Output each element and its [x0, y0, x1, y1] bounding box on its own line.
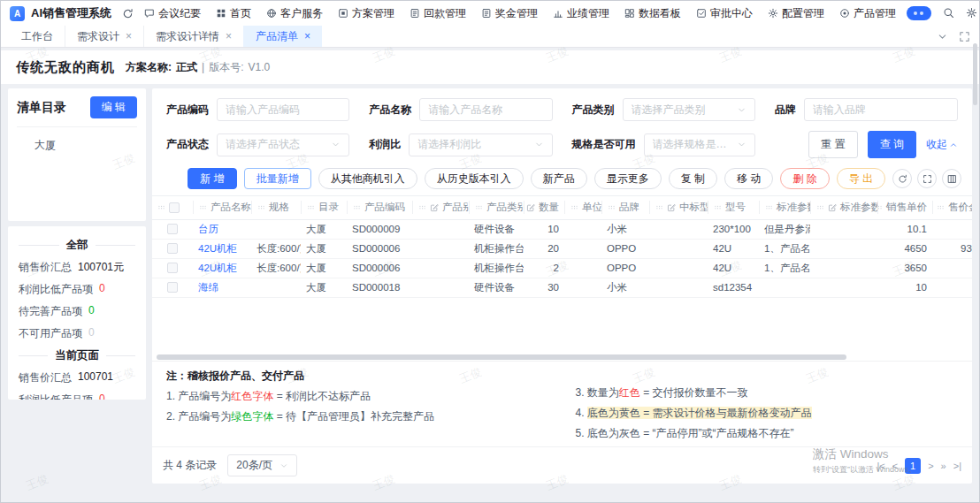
tab-1[interactable]: 需求设计× [65, 26, 143, 47]
drag-handle-icon [157, 203, 165, 211]
cell-qty: 2 [524, 258, 564, 278]
nav-item-1[interactable]: 首页 [216, 6, 251, 21]
toolbar-button-6[interactable]: 复 制 [669, 168, 717, 189]
square-icon [338, 8, 348, 19]
note-item-left-1: 2. 产品编号为绿色字体 = 待【产品管理员】补充完整产品 [166, 409, 549, 424]
stat-row: 销售价汇总100701 [19, 370, 135, 385]
product-name-link[interactable]: 42U机柜 [198, 243, 237, 254]
chart-icon [553, 8, 563, 19]
refresh-table-button[interactable] [892, 169, 912, 188]
cell-select [152, 219, 193, 239]
edit-button[interactable]: 编 辑 [90, 96, 137, 118]
next-page-button[interactable]: > [928, 461, 933, 471]
product-name-link[interactable]: 海绵 [198, 282, 218, 293]
toolbar-button-9[interactable]: 导 出 [837, 168, 885, 189]
col-bid_model: 中标型号 [649, 196, 708, 219]
search-icon[interactable] [943, 7, 954, 19]
filter-field-5: 利润比 请选择利润比 [369, 131, 552, 158]
cell-qty: 30 [524, 278, 564, 297]
row-checkbox[interactable] [167, 224, 178, 234]
check-square-icon [696, 8, 707, 19]
tab-close-icon[interactable]: × [226, 31, 232, 42]
stat-row: 不可用产品项0 [19, 326, 135, 341]
filter-select-6[interactable]: 请选择规格是否可用 [644, 133, 755, 156]
cell-brand: 小米 [601, 278, 649, 297]
product-list-panel: 产品编码 请输入产品编码 产品名称 请输入产品名称 产品类别 请选择产品类别 品… [152, 88, 972, 484]
catalog-item-0[interactable]: 大厦 [17, 127, 137, 153]
tab-close-icon[interactable]: × [304, 31, 310, 42]
filter-select-4[interactable]: 请选择产品状态 [217, 133, 349, 156]
filter-field-2: 产品类别 请选择产品类别 [572, 98, 755, 121]
tab-close-icon[interactable]: × [126, 31, 132, 42]
cell-catalog: 大厦 [301, 258, 347, 278]
nav-item-8[interactable]: 审批中心 [696, 6, 753, 21]
row-checkbox[interactable] [167, 282, 178, 293]
filter-select-2[interactable]: 请选择产品类别 [623, 98, 755, 121]
cell-category: 机柜操作台电... [469, 258, 524, 278]
cell-alias [412, 239, 469, 258]
cell-code: SD000006 [347, 239, 412, 258]
table-toolbar: 新 增批量新增从其他商机引入从历史版本引入新产品显示更多复 制移 动删 除导 出 [152, 160, 972, 195]
app-title: AI销售管理系统 [31, 5, 111, 21]
nav-item-4[interactable]: 回款管理 [410, 6, 466, 21]
nav-item-3[interactable]: 方案管理 [338, 6, 394, 21]
nav-item-5[interactable]: 奖金管理 [481, 6, 538, 21]
chevron-down-icon[interactable] [937, 31, 948, 42]
gear-icon[interactable] [966, 7, 977, 19]
filter-input-3[interactable]: 请输入品牌 [804, 98, 958, 121]
toolbar-button-5[interactable]: 显示更多 [594, 168, 662, 189]
product-name-link[interactable]: 台历 [198, 224, 218, 234]
toolbar-button-4[interactable]: 新产品 [531, 168, 587, 189]
drag-handle-icon [257, 203, 265, 211]
first-page-button[interactable]: |< [877, 461, 884, 471]
refresh-icon[interactable] [122, 8, 134, 19]
ai-assistant-toggle[interactable] [907, 6, 931, 20]
column-settings-button[interactable] [942, 169, 961, 188]
tab-0[interactable]: 工作台 [10, 26, 65, 47]
nav-item-9[interactable]: 配置管理 [768, 6, 824, 21]
cell-qty: 10 [524, 219, 564, 239]
toolbar-button-7[interactable]: 移 动 [724, 168, 773, 189]
toolbar-button-8[interactable]: 删 除 [780, 168, 829, 189]
edit-icon [430, 203, 439, 212]
fullscreen-table-button[interactable] [917, 169, 937, 188]
filter-field-1: 产品名称 请输入产品名称 [369, 98, 552, 121]
select-all-checkbox[interactable] [169, 202, 180, 213]
tab-2[interactable]: 需求设计详情× [143, 26, 243, 47]
cell-amount [932, 258, 972, 278]
nav-item-7[interactable]: 数据看板 [624, 6, 681, 21]
page-size-select[interactable]: 20条/页 [227, 454, 297, 476]
cell-name: 海绵 [193, 278, 251, 297]
horizontal-scrollbar-thumb[interactable] [157, 354, 846, 360]
last-page-button[interactable]: >| [953, 461, 961, 471]
row-checkbox[interactable] [167, 263, 178, 273]
toolbar-button-0[interactable]: 新 增 [188, 168, 236, 189]
toolbar-button-1[interactable]: 批量新增 [244, 168, 311, 189]
nav-item-2[interactable]: 客户服务 [266, 6, 323, 21]
toolbar-button-3[interactable]: 从历史版本引入 [425, 168, 524, 189]
expand-icon[interactable] [959, 31, 970, 42]
collapse-toggle[interactable]: 收起 [926, 137, 958, 152]
filter-select-5[interactable]: 请选择利润比 [409, 133, 552, 156]
drag-handle-icon [877, 203, 883, 211]
page-header: 传统无敌的商机 方案名称: 正式 | 版本号: V1.0 [1, 50, 979, 84]
filter-input-0[interactable]: 请输入产品编码 [217, 98, 349, 121]
nav-item-0[interactable]: 会议纪要 [144, 6, 201, 21]
product-name-link[interactable]: 42U机柜 [198, 263, 237, 273]
nav-item-6[interactable]: 业绩管理 [553, 6, 609, 21]
filter-input-1[interactable]: 请输入产品名称 [419, 98, 552, 121]
toolbar-button-2[interactable]: 从其他商机引入 [318, 168, 417, 189]
cell-catalog: 大厦 [301, 278, 347, 297]
prev-page-button[interactable]: < [892, 461, 898, 471]
vertical-scrollbar-thumb[interactable] [973, 43, 977, 105]
search-button[interactable]: 查 询 [868, 131, 916, 158]
product-table: 产品名称规格目录产品编码产品别称产品类别数量单位品牌中标型号型号标准参数标准参数… [152, 196, 972, 298]
col-price: 销售单价 [877, 196, 932, 219]
jump-forward-button[interactable]: » [941, 461, 946, 471]
tab-3[interactable]: 产品清单× [243, 26, 322, 47]
row-checkbox[interactable] [167, 243, 178, 254]
current-page[interactable]: 1 [905, 458, 921, 474]
cell-code: SD000006 [347, 258, 412, 278]
nav-item-10[interactable]: 产品管理 [839, 6, 896, 21]
reset-button[interactable]: 重 置 [808, 131, 857, 158]
